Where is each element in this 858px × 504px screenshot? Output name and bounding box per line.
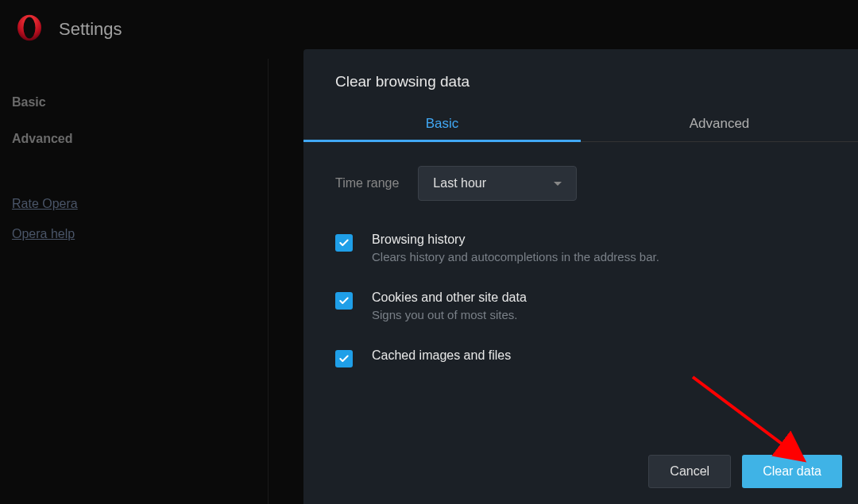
option-cookies: Cookies and other site data Signs you ou… <box>335 290 826 321</box>
time-range-value: Last hour <box>433 176 486 190</box>
option-desc: Signs you out of most sites. <box>372 308 826 321</box>
sidebar-item-basic[interactable]: Basic <box>12 84 256 121</box>
page-title: Settings <box>59 19 122 40</box>
check-icon <box>338 353 350 364</box>
option-browsing-history: Browsing history Clears history and auto… <box>335 233 826 264</box>
opera-logo-icon <box>16 14 43 44</box>
svg-point-1 <box>24 17 36 38</box>
sidebar-link-help[interactable]: Opera help <box>12 219 256 249</box>
option-desc: Clears history and autocompletions in th… <box>372 250 826 264</box>
option-title: Cookies and other site data <box>372 290 826 305</box>
tab-advanced[interactable]: Advanced <box>581 106 858 141</box>
checkbox-cached[interactable] <box>335 350 353 367</box>
check-icon <box>338 237 350 248</box>
checkbox-browsing-history[interactable] <box>335 234 353 252</box>
dialog-title: Clear browsing data <box>303 73 858 106</box>
tab-basic[interactable]: Basic <box>303 106 581 141</box>
check-icon <box>338 295 350 306</box>
time-range-label: Time range <box>335 176 399 190</box>
sidebar-item-advanced[interactable]: Advanced <box>12 121 256 157</box>
option-title: Cached images and files <box>372 348 826 363</box>
option-title: Browsing history <box>372 233 826 247</box>
chevron-down-icon <box>554 182 562 186</box>
sidebar: Basic Advanced Rate Opera Opera help <box>0 59 269 504</box>
cancel-button[interactable]: Cancel <box>648 455 731 488</box>
sidebar-link-rate[interactable]: Rate Opera <box>12 189 256 219</box>
dialog-tabs: Basic Advanced <box>303 106 858 142</box>
time-range-select[interactable]: Last hour <box>418 166 577 201</box>
dialog-footer: Cancel Clear data <box>648 455 842 488</box>
clear-browsing-data-dialog: Clear browsing data Basic Advanced Time … <box>303 49 858 504</box>
checkbox-cookies[interactable] <box>335 292 353 310</box>
option-cached: Cached images and files <box>335 348 826 367</box>
time-range-row: Time range Last hour <box>335 166 826 201</box>
clear-data-button[interactable]: Clear data <box>742 455 842 488</box>
